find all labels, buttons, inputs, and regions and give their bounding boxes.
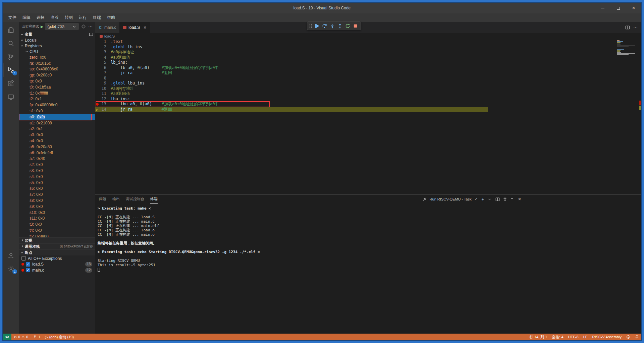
register-row-a5[interactable]: a5:0x20a80 <box>19 144 95 150</box>
menu-item-0[interactable]: 文件 <box>5 13 19 22</box>
debug-status[interactable]: ▷ (gdb) 启动 (19) <box>43 334 76 340</box>
cursor-position[interactable]: 行 14, 列 1 <box>527 334 550 340</box>
step-into-button[interactable] <box>329 22 336 30</box>
register-row-sp[interactable]: sp:0x408006c0 <box>19 66 95 72</box>
sidebar-item-remote-explorer[interactable] <box>3 90 19 104</box>
gutter[interactable] <box>95 65 100 71</box>
terminal-cursor[interactable] <box>98 268 100 272</box>
breakpoint-row-1[interactable]: ✓load.S13 <box>19 262 95 268</box>
editor-tab-main-c[interactable]: Cmain.c <box>95 22 120 33</box>
register-row-s4[interactable]: s4:0x0 <box>19 174 95 180</box>
sidebar-item-source-control[interactable] <box>3 50 19 63</box>
start-debug-icon[interactable]: ▶ <box>41 24 43 29</box>
breakpoint-row-0[interactable]: All C++ Exceptions <box>19 255 95 262</box>
gutter[interactable] <box>95 97 100 102</box>
gutter[interactable] <box>95 76 100 81</box>
gutter[interactable] <box>95 81 100 86</box>
breakpoint-checkbox[interactable]: ✓ <box>26 262 30 267</box>
gutter[interactable] <box>95 55 100 60</box>
terminal-task-label[interactable]: Run RISCV-QEMU - Task <box>430 197 472 201</box>
split-terminal-icon[interactable] <box>495 197 500 202</box>
gutter[interactable] <box>95 70 100 76</box>
eol[interactable]: LF <box>581 334 590 340</box>
gutter[interactable] <box>95 91 100 97</box>
debug-gear-icon[interactable] <box>80 23 87 30</box>
close-tab-icon[interactable]: ✕ <box>143 25 146 30</box>
breadcrumb-item[interactable]: load.S <box>104 34 115 38</box>
code-line-4[interactable]: 4#a0返回值 <box>95 55 641 60</box>
gutter[interactable] <box>95 60 100 65</box>
menu-item-1[interactable]: 编辑 <box>19 13 34 22</box>
sidebar-item-extensions[interactable] <box>3 77 19 90</box>
register-row-ra[interactable]: ra:0x1016c <box>19 60 95 66</box>
settings-button[interactable]: 1 <box>3 262 19 275</box>
close-button[interactable]: ✕ <box>626 3 641 13</box>
register-row-s2[interactable]: s2:0x0 <box>19 162 95 168</box>
maximize-panel-icon[interactable] <box>511 197 513 200</box>
register-row-a7[interactable]: a7:0x40 <box>19 156 95 162</box>
code-line-3[interactable]: 3#a0内存地址 <box>95 50 641 55</box>
code-editor[interactable]: 1.text2.globl lb_ins3#a0内存地址4#a0返回值5lb_i… <box>95 39 641 194</box>
sidebar-item-run-debug[interactable]: 1 <box>3 63 19 77</box>
register-row-t2[interactable]: t2:0x1 <box>19 96 95 102</box>
menu-item-4[interactable]: 转到 <box>62 13 76 22</box>
maximize-button[interactable] <box>610 3 626 13</box>
kill-terminal-icon[interactable] <box>503 197 507 202</box>
register-row-s3[interactable]: s3:0x0 <box>19 168 95 174</box>
gutter[interactable] <box>95 39 100 45</box>
variables-tree-item[interactable]: Registers <box>19 43 95 49</box>
language-mode[interactable]: RISC-V Assembly <box>590 334 624 340</box>
code-line-13[interactable]: 13 lbu a0, 0(a0) #加载a0+0地址处的字节到a0中 <box>95 102 641 107</box>
register-row-s7[interactable]: s7:0x0 <box>19 191 95 197</box>
breakpoint-gutter[interactable] <box>95 102 100 107</box>
gutter[interactable] <box>95 50 100 55</box>
menu-item-5[interactable]: 运行 <box>76 13 90 22</box>
drag-handle-icon[interactable] <box>309 23 312 28</box>
code-line-8[interactable]: 8 <box>95 76 641 81</box>
minimap[interactable] <box>617 40 637 55</box>
code-line-5[interactable]: 5lb_ins: <box>95 60 641 65</box>
register-row-s11[interactable]: s11:0x0 <box>19 216 95 222</box>
register-row-s10[interactable]: s10:0x0 <box>19 210 95 216</box>
breakpoint-row-2[interactable]: ✓main.c12 <box>19 267 95 273</box>
indentation[interactable]: 空格: 4 <box>549 334 566 340</box>
menu-item-2[interactable]: 选择 <box>34 13 48 22</box>
breakpoint-checkbox[interactable] <box>21 256 26 261</box>
code-line-11[interactable]: 11#a0返回值 <box>95 91 641 97</box>
code-line-7[interactable]: 7 jr ra #返回 <box>95 70 641 76</box>
register-row-a4[interactable]: a4:0x0 <box>19 138 95 144</box>
gutter[interactable] <box>95 45 100 50</box>
register-row-tp[interactable]: tp:0x0 <box>19 78 95 84</box>
variables-section-header[interactable]: 变量 <box>19 31 95 37</box>
watch-section-header[interactable]: 监视 <box>19 237 95 243</box>
gutter[interactable] <box>95 86 100 92</box>
remote-indicator[interactable]: >< <box>3 334 11 340</box>
close-panel-icon[interactable]: ✕ <box>518 197 521 202</box>
variables-tree-item[interactable]: Locals <box>19 37 95 43</box>
continue-button[interactable] <box>313 22 320 30</box>
register-row-a2[interactable]: a2:0x1 <box>19 126 95 132</box>
panel-tab-0[interactable]: 问题 <box>99 195 106 204</box>
callstack-section-header[interactable]: 调用堆栈 因 BREAKPOINT 已暂停 <box>19 243 95 249</box>
register-row-s9[interactable]: s9:0x0 <box>19 204 95 210</box>
register-row-a3[interactable]: a3:0x0 <box>19 132 95 138</box>
panel-tab-3[interactable]: 终端 <box>150 195 158 204</box>
encoding[interactable]: UTF-8 <box>566 334 581 340</box>
sidebar-item-search[interactable] <box>3 37 19 50</box>
step-out-button[interactable] <box>336 22 343 30</box>
register-row-zero[interactable]: zero:0x0 <box>19 54 95 60</box>
code-line-2[interactable]: 2.globl lb_ins <box>95 45 641 50</box>
step-over-button[interactable] <box>321 22 328 30</box>
panel-tab-1[interactable]: 输出 <box>112 195 120 204</box>
register-row-s5[interactable]: s5:0x0 <box>19 180 95 186</box>
menu-item-3[interactable]: 查看 <box>48 13 62 22</box>
launch-config-select[interactable]: (gdb) 启动 <box>45 23 79 30</box>
editor-more-actions-icon[interactable]: ⋯ <box>633 25 638 30</box>
register-row-t3[interactable]: t3:0x0 <box>19 221 95 227</box>
more-actions-icon[interactable]: ⋯ <box>88 24 93 29</box>
terminal[interactable]: > Executing task: make < CC -[M] 正在构建 ..… <box>95 204 641 334</box>
accounts-button[interactable] <box>3 248 19 262</box>
code-line-14[interactable]: ▷14 jr ra #返回 <box>95 107 641 112</box>
menu-item-6[interactable]: 终端 <box>90 13 104 22</box>
code-line-1[interactable]: 1.text <box>95 39 641 45</box>
